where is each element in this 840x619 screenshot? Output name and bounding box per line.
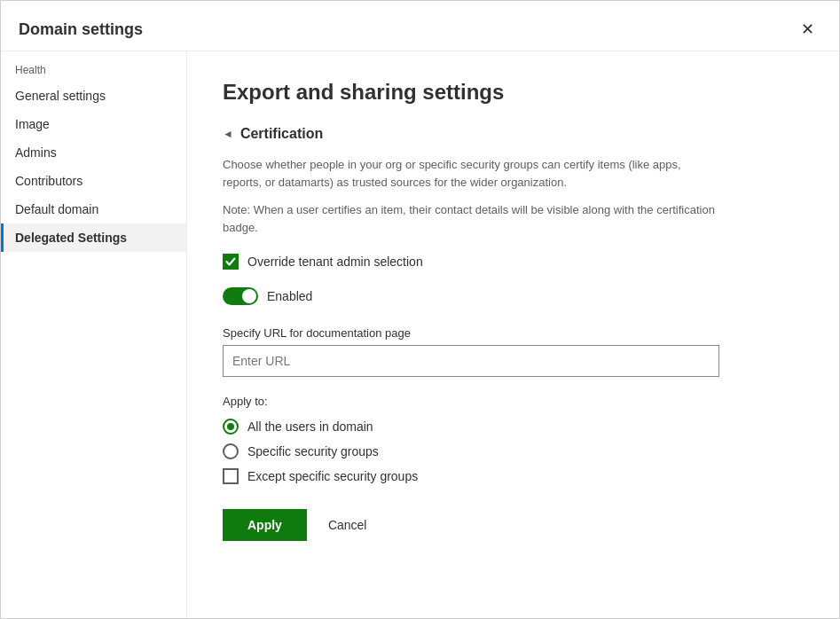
radio-specific-groups-label: Specific security groups [247, 444, 379, 458]
sidebar-item-delegated-settings[interactable]: Delegated Settings [1, 223, 186, 252]
sidebar-item-default-domain[interactable]: Default domain [1, 195, 186, 223]
sidebar-label-image: Image [15, 117, 50, 131]
button-row: Apply Cancel [223, 509, 804, 541]
close-button[interactable]: ✕ [793, 15, 821, 43]
url-input[interactable] [223, 345, 719, 377]
except-checkbox[interactable] [223, 468, 239, 484]
override-checkbox-label: Override tenant admin selection [247, 255, 423, 269]
dialog-title: Domain settings [19, 20, 143, 39]
certification-section: ◄ Certification Choose whether people in… [223, 126, 804, 541]
collapse-arrow-icon: ◄ [223, 128, 233, 140]
radio-all-users[interactable] [223, 419, 239, 435]
toggle-thumb [242, 289, 256, 303]
enabled-toggle-row: Enabled [223, 287, 804, 305]
cancel-button[interactable]: Cancel [318, 509, 378, 541]
radio-specific-groups-row: Specific security groups [223, 443, 804, 459]
sidebar-item-general-settings[interactable]: General settings [1, 82, 186, 110]
main-content: Export and sharing settings ◄ Certificat… [187, 51, 839, 618]
radio-all-users-label: All the users in domain [247, 419, 373, 434]
url-field-label: Specify URL for documentation page [223, 326, 804, 340]
page-title: Export and sharing settings [223, 80, 804, 105]
except-checkbox-row: Except specific security groups [223, 468, 804, 484]
sidebar-label-general-settings: General settings [15, 89, 106, 103]
sidebar-item-admins[interactable]: Admins [1, 138, 186, 167]
except-checkbox-label: Except specific security groups [247, 469, 418, 483]
toggle-label: Enabled [267, 289, 312, 303]
apply-to-label: Apply to: [223, 395, 804, 408]
url-field-group: Specify URL for documentation page [223, 326, 804, 377]
radio-specific-groups[interactable] [223, 443, 239, 459]
sidebar-item-image[interactable]: Image [1, 110, 186, 138]
section-header[interactable]: ◄ Certification [223, 126, 804, 142]
sidebar-item-contributors[interactable]: Contributors [1, 167, 186, 195]
description-text: Choose whether people in your org or spe… [223, 156, 719, 191]
note-text: Note: When a user certifies an item, the… [223, 201, 719, 236]
radio-all-users-row: All the users in domain [223, 419, 804, 435]
sidebar-label-admins: Admins [15, 145, 57, 160]
sidebar: Health General settings Image Admins Con… [1, 51, 187, 618]
sidebar-label-contributors: Contributors [15, 174, 82, 188]
sidebar-label-default-domain: Default domain [15, 202, 98, 216]
section-title: Certification [240, 126, 323, 142]
sidebar-section-health: Health [1, 59, 186, 82]
apply-button[interactable]: Apply [223, 509, 307, 541]
override-checkbox[interactable] [223, 254, 239, 270]
dialog-body: Health General settings Image Admins Con… [1, 51, 839, 618]
enabled-toggle[interactable] [223, 287, 258, 305]
override-checkbox-row: Override tenant admin selection [223, 254, 804, 270]
domain-settings-dialog: Domain settings ✕ Health General setting… [0, 0, 840, 619]
dialog-header: Domain settings ✕ [1, 1, 839, 51]
sidebar-label-delegated-settings: Delegated Settings [15, 231, 127, 245]
